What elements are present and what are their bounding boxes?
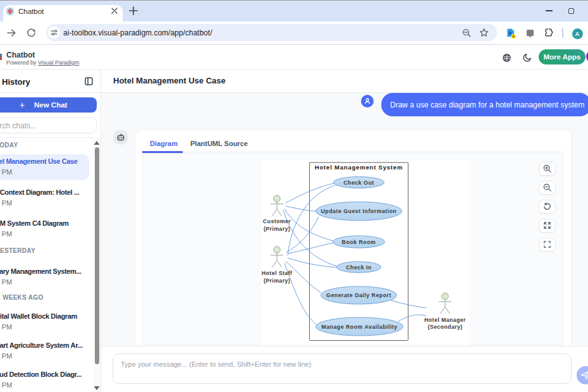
svg-text:Hotel Staff: Hotel Staff [262, 270, 292, 276]
svg-text:Check In: Check In [346, 264, 372, 271]
svg-text:Update Guest Information: Update Guest Information [321, 208, 396, 214]
svg-text:Hotel Management System: Hotel Management System [315, 164, 403, 171]
svg-text:(Primary): (Primary) [264, 226, 290, 232]
svg-text:Check Out: Check Out [343, 180, 374, 186]
svg-text:Manage Room Availability: Manage Room Availability [321, 324, 397, 330]
svg-text:Customer: Customer [263, 218, 291, 224]
svg-text:Generate Daily Report: Generate Daily Report [326, 292, 391, 298]
svg-text:(Secondary): (Secondary) [427, 324, 462, 330]
svg-text:Book Room: Book Room [342, 239, 376, 245]
svg-text:Hotel Manager: Hotel Manager [424, 317, 466, 323]
svg-text:(Primary): (Primary) [264, 278, 290, 284]
